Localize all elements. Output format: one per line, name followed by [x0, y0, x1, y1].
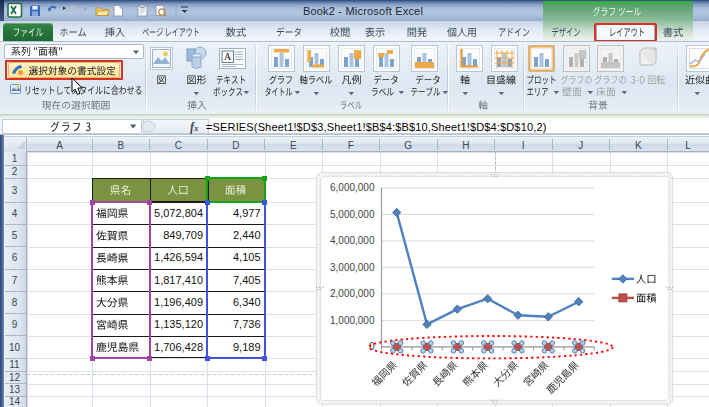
svg-text:3,000,000: 3,000,000: [330, 262, 375, 273]
svg-text:2,000,000: 2,000,000: [330, 288, 375, 299]
svg-text:4,000,000: 4,000,000: [330, 235, 375, 246]
svg-text:5,000,000: 5,000,000: [330, 209, 375, 220]
svg-text:6,000,000: 6,000,000: [330, 182, 375, 193]
svg-text:1,000,000: 1,000,000: [330, 315, 375, 326]
